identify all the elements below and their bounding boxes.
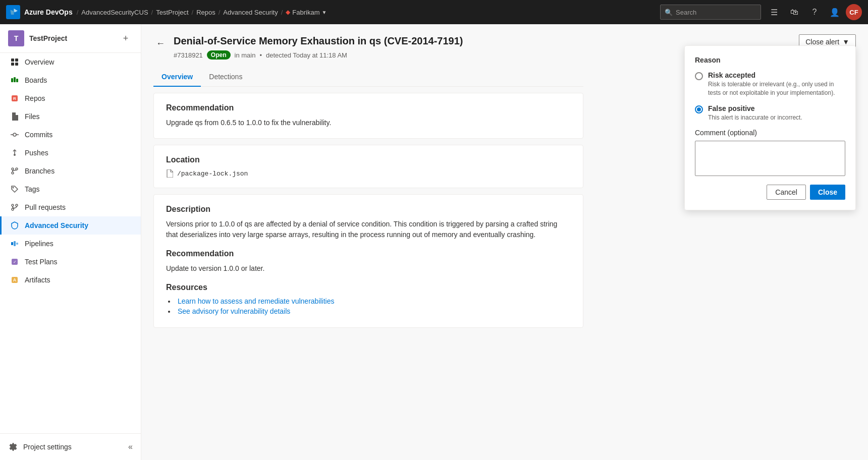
sidebar-item-files[interactable]: Files bbox=[0, 107, 141, 126]
svg-rect-1 bbox=[15, 59, 18, 62]
sidebar-item-advanced-security-label: Advanced Security bbox=[25, 221, 88, 229]
sidebar-item-advanced-security[interactable]: Advanced Security bbox=[0, 216, 141, 235]
sidebar-item-commits[interactable]: Commits bbox=[0, 126, 141, 144]
risk-accepted-radio[interactable] bbox=[695, 72, 703, 80]
sidebar-item-pipelines[interactable]: Pipelines bbox=[0, 235, 141, 253]
sidebar-nav: Overview Boards R Repos Files bbox=[0, 53, 141, 433]
overview-icon bbox=[10, 57, 20, 67]
false-positive-label: False positive bbox=[708, 104, 802, 112]
tab-detections-label: Detections bbox=[209, 73, 242, 81]
topbar-breadcrumb: / AdvancedSecurityCUS / TestProject / Re… bbox=[77, 9, 327, 16]
close-confirm-button[interactable]: Close bbox=[810, 185, 845, 200]
project-icon: T bbox=[8, 30, 24, 46]
sidebar-item-pushes-label: Pushes bbox=[25, 149, 48, 157]
alert-id: #7318921 bbox=[174, 51, 203, 59]
breadcrumb-advanced-security[interactable]: Advanced Security bbox=[223, 9, 278, 16]
tab-overview[interactable]: Overview bbox=[153, 68, 201, 87]
user-avatar[interactable]: CF bbox=[846, 4, 862, 20]
description-text: Versions prior to 1.0.0 of qs are affect… bbox=[166, 219, 571, 240]
comment-label: Comment (optional) bbox=[695, 129, 845, 137]
azure-devops-logo[interactable] bbox=[6, 5, 20, 19]
svg-rect-0 bbox=[11, 59, 14, 62]
search-icon: 🔍 bbox=[665, 9, 673, 16]
sidebar-item-repos[interactable]: R Repos bbox=[0, 89, 141, 107]
false-positive-desc: This alert is inaccurate or incorrect. bbox=[708, 113, 802, 122]
topbar-brand[interactable]: Azure DevOps bbox=[24, 8, 73, 16]
resource-link-1[interactable]: Learn how to assess and remediate vulner… bbox=[178, 297, 335, 305]
pull-requests-icon bbox=[10, 202, 20, 212]
advanced-security-icon bbox=[10, 220, 20, 231]
back-button[interactable]: ← bbox=[153, 36, 168, 50]
svg-text:A: A bbox=[13, 277, 17, 282]
tab-detections[interactable]: Detections bbox=[201, 68, 250, 87]
help-icon[interactable]: ? bbox=[805, 3, 824, 21]
search-placeholder: Search bbox=[676, 9, 696, 16]
add-project-button[interactable]: + bbox=[119, 31, 133, 45]
breadcrumb-sep-4: / bbox=[281, 9, 283, 16]
svg-point-12 bbox=[14, 154, 16, 156]
false-positive-radio[interactable] bbox=[695, 105, 703, 113]
chevron-down-icon[interactable]: ▼ bbox=[322, 10, 327, 15]
comment-textarea[interactable] bbox=[695, 141, 845, 176]
sidebar-item-overview[interactable]: Overview bbox=[0, 53, 141, 71]
sidebar-item-test-plans[interactable]: ✓ Test Plans bbox=[0, 253, 141, 271]
sidebar-item-project-settings-label: Project settings bbox=[23, 443, 72, 451]
svg-point-15 bbox=[12, 172, 14, 174]
svg-point-16 bbox=[16, 168, 18, 170]
sidebar-item-tags[interactable]: Tags bbox=[0, 180, 141, 198]
settings-list-icon[interactable]: ☰ bbox=[765, 3, 783, 21]
meta-branch: in main bbox=[235, 51, 256, 59]
recommendation2-title: Recommendation bbox=[166, 249, 571, 258]
recommendation-text: Upgrade qs from 0.6.5 to 1.0.0 to fix th… bbox=[166, 118, 571, 128]
sidebar-item-pull-requests[interactable]: Pull requests bbox=[0, 198, 141, 216]
svg-rect-5 bbox=[14, 77, 16, 82]
breadcrumb-sep-3: / bbox=[219, 9, 221, 16]
sidebar-item-branches[interactable]: Branches bbox=[0, 162, 141, 180]
breadcrumb-fabrikam[interactable]: ◆ Fabrikam ▼ bbox=[286, 9, 327, 16]
sidebar-item-artifacts[interactable]: A Artifacts bbox=[0, 271, 141, 289]
svg-point-21 bbox=[16, 204, 18, 206]
commits-icon bbox=[10, 130, 20, 140]
recommendation2-text: Update to version 1.0.0 or later. bbox=[166, 263, 571, 274]
close-alert-panel: Reason Risk accepted Risk is tolerable o… bbox=[684, 45, 856, 210]
chevron-down-icon: ▼ bbox=[842, 38, 849, 46]
risk-accepted-option[interactable]: Risk accepted Risk is tolerable or irrel… bbox=[695, 71, 845, 97]
svg-rect-6 bbox=[16, 79, 18, 82]
recommendation-section: Recommendation Upgrade qs from 0.6.5 to … bbox=[153, 93, 583, 139]
sidebar-item-test-plans-label: Test Plans bbox=[25, 258, 58, 266]
branches-icon bbox=[10, 166, 20, 176]
svg-rect-24 bbox=[14, 241, 16, 246]
cancel-button[interactable]: Cancel bbox=[767, 185, 806, 200]
resources-list: Learn how to assess and remediate vulner… bbox=[166, 297, 571, 315]
sidebar-item-project-settings[interactable]: Project settings « bbox=[0, 438, 141, 456]
sidebar-item-pull-requests-label: Pull requests bbox=[25, 203, 66, 211]
breadcrumb-project[interactable]: TestProject bbox=[156, 9, 188, 16]
location-file: /package-lock.json bbox=[166, 169, 571, 178]
page-header: ← Denial-of-Service Memory Exhaustion in… bbox=[153, 34, 583, 60]
user-settings-icon[interactable]: 👤 bbox=[826, 3, 844, 21]
false-positive-option[interactable]: False positive This alert is inaccurate … bbox=[695, 104, 845, 122]
repos-icon: R bbox=[10, 93, 20, 103]
resource-link-2[interactable]: See advisory for vulnerability details bbox=[178, 307, 290, 315]
description-section: Description Versions prior to 1.0.0 of q… bbox=[153, 194, 583, 328]
shopping-bag-icon[interactable]: 🛍 bbox=[785, 3, 803, 21]
sidebar-item-boards[interactable]: Boards bbox=[0, 71, 141, 89]
svg-text:✓: ✓ bbox=[13, 260, 17, 264]
sidebar-item-pushes[interactable]: Pushes bbox=[0, 144, 141, 162]
collapse-sidebar-icon[interactable]: « bbox=[128, 442, 133, 451]
resources-title: Resources bbox=[166, 283, 571, 292]
svg-point-9 bbox=[13, 133, 16, 136]
sidebar-item-tags-label: Tags bbox=[25, 185, 40, 193]
list-item: Learn how to assess and remediate vulner… bbox=[168, 297, 571, 305]
breadcrumb-org[interactable]: AdvancedSecurityCUS bbox=[81, 9, 148, 16]
svg-rect-4 bbox=[11, 78, 13, 82]
svg-point-19 bbox=[12, 204, 14, 206]
breadcrumb-repos[interactable]: Repos bbox=[196, 9, 215, 16]
sidebar: T TestProject + Overview Boards R bbox=[0, 24, 141, 460]
sidebar-item-overview-label: Overview bbox=[25, 58, 54, 66]
search-input[interactable]: 🔍 Search bbox=[660, 5, 761, 20]
diamond-icon: ◆ bbox=[286, 9, 290, 16]
status-badge: Open bbox=[207, 50, 231, 60]
svg-rect-25 bbox=[16, 243, 18, 245]
tabs: Overview Detections bbox=[153, 68, 583, 87]
